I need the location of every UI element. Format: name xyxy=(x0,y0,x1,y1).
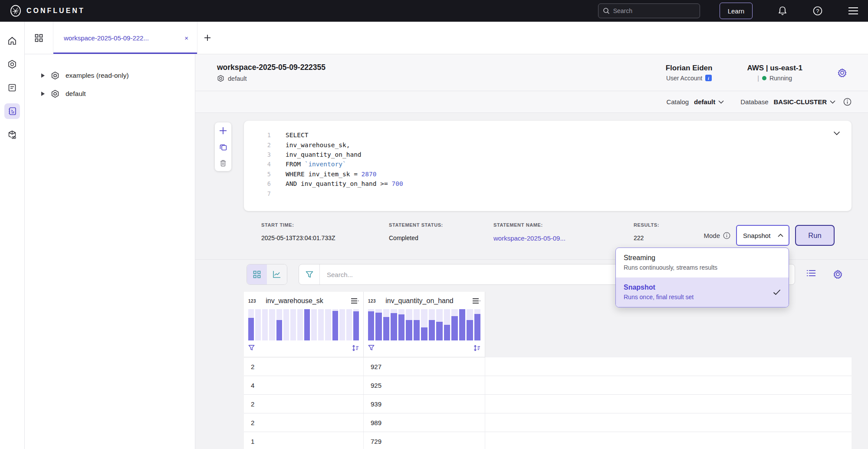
row-filler xyxy=(485,432,852,449)
tab-label: workspace-2025-05-09-222... xyxy=(64,34,149,42)
table-cell: 4 xyxy=(244,376,364,394)
tree-item[interactable]: examples (read-only) xyxy=(25,66,195,85)
status-field-label: START TIME: xyxy=(261,222,335,228)
column-menu-icon[interactable] xyxy=(351,298,359,304)
results-table-body: 29274925293929891729 xyxy=(244,357,852,449)
results-settings-gear-icon[interactable] xyxy=(833,269,843,279)
line-number: 3 xyxy=(260,151,271,158)
status-field-label: RESULTS: xyxy=(634,222,659,228)
confluent-logo: CONFLUENT xyxy=(10,5,85,17)
brand-name: CONFLUENT xyxy=(26,7,85,15)
lineage-cube-icon xyxy=(7,130,17,140)
tab-workspace[interactable]: workspace-2025-05-09-222... × xyxy=(53,22,197,54)
notebook-icon xyxy=(7,106,17,116)
sidebar-item-stream-lineage[interactable] xyxy=(4,127,20,142)
svg-text:i: i xyxy=(708,76,709,81)
help-icon[interactable]: ? xyxy=(812,6,823,16)
statement-canvas: 1SELECT2 inv_warehouse_sk,3 inv_quantity… xyxy=(195,113,868,449)
workspace-settings-gear-icon[interactable] xyxy=(837,68,847,78)
environment-icon xyxy=(217,75,224,82)
results-filter-button[interactable] xyxy=(299,264,320,284)
column-filter-icon[interactable] xyxy=(248,345,255,351)
statement-name-link[interactable]: workspace-2025-05-09... xyxy=(493,234,566,242)
code-line[interactable]: 4FROM `inventory` xyxy=(260,159,852,169)
line-number: 5 xyxy=(260,171,271,178)
tree-item[interactable]: default xyxy=(25,85,195,103)
mode-info-icon[interactable] xyxy=(723,232,730,239)
chart-view-button[interactable] xyxy=(267,264,287,284)
mode-select[interactable]: Snapshot xyxy=(736,225,789,246)
line-number: 7 xyxy=(260,190,271,197)
code-line[interactable]: 3 inv_quantity_on_hand xyxy=(260,150,852,159)
collapse-editor-chevron-icon[interactable] xyxy=(833,131,840,135)
database-select[interactable]: BASIC-CLUSTER xyxy=(774,98,836,106)
table-cell: 729 xyxy=(364,432,485,449)
mode-label: Mode xyxy=(704,232,720,239)
new-tab-button[interactable] xyxy=(197,22,217,54)
filter-funnel-icon xyxy=(306,271,313,278)
mode-select-value: Snapshot xyxy=(743,232,770,239)
code-line[interactable]: 6 AND inv_quantity_on_hand >= 700 xyxy=(260,179,852,188)
table-cell: 927 xyxy=(364,357,485,376)
expand-caret-icon[interactable] xyxy=(41,73,45,78)
global-search[interactable] xyxy=(598,3,700,18)
tab-close-icon[interactable]: × xyxy=(184,34,188,42)
status-field-label: STATEMENT NAME: xyxy=(493,222,566,228)
add-cell-button[interactable] xyxy=(219,127,227,135)
table-cell: 1 xyxy=(244,432,364,449)
learn-button[interactable]: Learn xyxy=(720,3,753,19)
column-filter-icon[interactable] xyxy=(368,345,375,351)
duplicate-cell-button[interactable] xyxy=(220,143,227,151)
catalog-database-bar: Catalog default Database BASIC-CLUSTER xyxy=(195,91,868,113)
table-cell: 2 xyxy=(244,413,364,432)
status-field: START TIME:2025-05-13T23:04:01.733Z xyxy=(261,222,335,241)
left-icon-rail xyxy=(0,22,25,449)
grid-view-button[interactable] xyxy=(247,264,267,284)
table-cell: 939 xyxy=(364,395,485,413)
catalog-tree-panel: examples (read-only)default xyxy=(25,54,195,449)
search-icon xyxy=(603,7,610,14)
code-line[interactable]: 1SELECT xyxy=(260,130,852,140)
info-badge-icon[interactable]: i xyxy=(705,75,712,81)
expand-caret-icon[interactable] xyxy=(41,92,45,96)
line-number: 4 xyxy=(260,161,271,168)
mode-option-snapshot[interactable]: SnapshotRuns once, final result set xyxy=(616,277,789,307)
status-field-value: Completed xyxy=(389,234,443,241)
column-header: 123inv_quantity_on_hand xyxy=(364,292,485,357)
catalog-select[interactable]: default xyxy=(694,98,724,106)
mode-option-streaming[interactable]: StreamingRuns continuously, streams resu… xyxy=(616,248,789,277)
chart-view-icon xyxy=(273,271,281,278)
status-separator: | xyxy=(757,75,759,82)
running-status-label: Running xyxy=(769,75,792,82)
notifications-bell-icon[interactable] xyxy=(778,6,787,16)
results-table: 123inv_warehouse_sk123inv_quantity_on_ha… xyxy=(244,292,852,449)
status-field-value: 2025-05-13T23:04:01.733Z xyxy=(261,234,335,241)
sidebar-item-environments[interactable] xyxy=(4,56,20,72)
code-line[interactable]: 7 xyxy=(260,188,852,198)
info-circle-icon[interactable] xyxy=(843,98,852,106)
delete-cell-button[interactable] xyxy=(220,159,227,167)
grid-view-icon xyxy=(253,271,261,278)
sidebar-item-statements[interactable] xyxy=(4,80,20,96)
home-icon xyxy=(7,36,17,46)
sidebar-item-sql-workspaces[interactable] xyxy=(4,103,20,119)
all-workspaces-grid-icon[interactable] xyxy=(25,22,53,54)
environment-icon xyxy=(51,71,59,80)
plus-icon xyxy=(219,127,227,135)
sql-code[interactable]: 1SELECT2 inv_warehouse_sk,3 inv_quantity… xyxy=(260,130,852,198)
column-sort-icon[interactable] xyxy=(473,345,480,351)
code-line[interactable]: 2 inv_warehouse_sk, xyxy=(260,140,852,149)
run-button[interactable]: Run xyxy=(795,225,835,246)
mode-option-description: Runs continuously, streams results xyxy=(624,264,781,271)
sql-editor[interactable]: 1SELECT2 inv_warehouse_sk,3 inv_quantity… xyxy=(244,121,852,211)
results-list-options-icon[interactable] xyxy=(806,269,816,277)
code-line[interactable]: 5WHERE inv_item_sk = 2870 xyxy=(260,169,852,179)
hamburger-menu-icon[interactable] xyxy=(848,7,858,15)
column-sort-icon[interactable] xyxy=(352,345,359,351)
column-menu-icon[interactable] xyxy=(473,298,480,304)
line-number: 1 xyxy=(260,132,271,139)
status-field-value: 222 xyxy=(634,234,659,241)
chevron-down-icon xyxy=(718,100,724,104)
search-input[interactable] xyxy=(613,7,695,14)
sidebar-item-home[interactable] xyxy=(4,33,20,49)
